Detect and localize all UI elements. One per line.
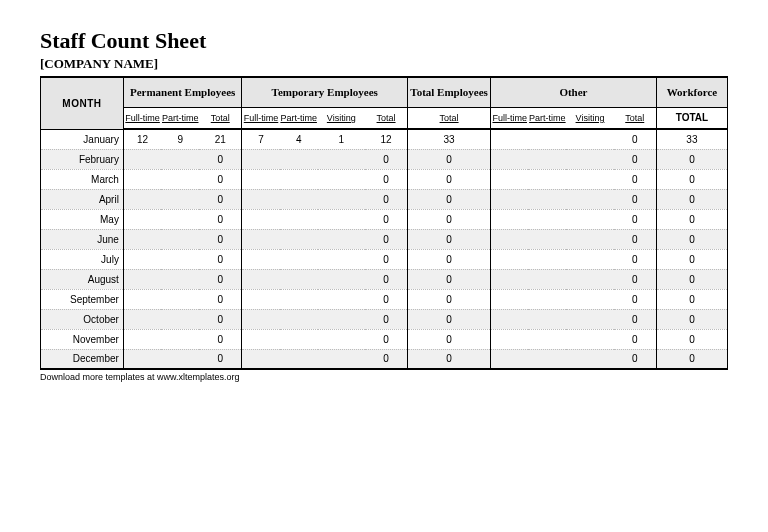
cell-tVis [318, 189, 365, 209]
cell-tVis [318, 229, 365, 249]
cell-tPart [280, 349, 318, 369]
cell-pFull [123, 209, 161, 229]
cell-oPart [528, 329, 566, 349]
cell-tVis: 1 [318, 129, 365, 149]
cell-month: February [41, 149, 124, 169]
cell-tPart [280, 189, 318, 209]
cell-month: October [41, 309, 124, 329]
cell-tVis [318, 269, 365, 289]
cell-pPart [161, 169, 199, 189]
cell-tTot: 0 [365, 249, 408, 269]
cell-wTot: 0 [656, 189, 727, 209]
cell-wTot: 33 [656, 129, 727, 149]
cell-pPart [161, 209, 199, 229]
cell-tTot: 0 [365, 229, 408, 249]
cell-tVis [318, 329, 365, 349]
cell-oVis [566, 129, 613, 149]
cell-oVis [566, 329, 613, 349]
cell-tFull [242, 149, 280, 169]
cell-oFull [491, 289, 529, 309]
cell-eTot: 0 [408, 249, 491, 269]
cell-oVis [566, 349, 613, 369]
cell-oTot: 0 [614, 209, 657, 229]
cell-tPart [280, 209, 318, 229]
cell-tVis [318, 309, 365, 329]
table-row: February00000 [41, 149, 728, 169]
footnote: Download more templates at www.xltemplat… [40, 372, 728, 382]
cell-tTot: 0 [365, 209, 408, 229]
cell-tTot: 0 [365, 309, 408, 329]
cell-pPart [161, 249, 199, 269]
table-row: October00000 [41, 309, 728, 329]
table-row: May00000 [41, 209, 728, 229]
cell-wTot: 0 [656, 249, 727, 269]
cell-month: November [41, 329, 124, 349]
cell-pTot: 0 [199, 329, 242, 349]
cell-oTot: 0 [614, 349, 657, 369]
cell-oPart [528, 149, 566, 169]
cell-wTot: 0 [656, 269, 727, 289]
cell-tPart [280, 329, 318, 349]
col-workforce-total: TOTAL [656, 107, 727, 129]
cell-tFull [242, 329, 280, 349]
cell-oVis [566, 149, 613, 169]
cell-eTot: 0 [408, 149, 491, 169]
table-row: April00000 [41, 189, 728, 209]
cell-oFull [491, 149, 529, 169]
cell-oTot: 0 [614, 189, 657, 209]
table-row: September00000 [41, 289, 728, 309]
table-row: June00000 [41, 229, 728, 249]
cell-oFull [491, 309, 529, 329]
cell-eTot: 0 [408, 209, 491, 229]
cell-pTot: 21 [199, 129, 242, 149]
cell-oPart [528, 269, 566, 289]
cell-pFull [123, 349, 161, 369]
cell-eTot: 0 [408, 349, 491, 369]
cell-tFull [242, 349, 280, 369]
col-month: MONTH [41, 77, 124, 129]
cell-tTot: 0 [365, 149, 408, 169]
cell-pTot: 0 [199, 349, 242, 369]
cell-tVis [318, 349, 365, 369]
cell-pFull [123, 269, 161, 289]
cell-tFull [242, 249, 280, 269]
cell-tPart [280, 309, 318, 329]
col-other-full: Full-time [491, 107, 529, 129]
cell-oFull [491, 209, 529, 229]
cell-tFull: 7 [242, 129, 280, 149]
cell-pPart [161, 189, 199, 209]
cell-tFull [242, 309, 280, 329]
cell-month: January [41, 129, 124, 149]
cell-tFull [242, 229, 280, 249]
col-temp-total: Total [365, 107, 408, 129]
cell-pPart [161, 329, 199, 349]
cell-oFull [491, 169, 529, 189]
cell-pTot: 0 [199, 229, 242, 249]
page-title: Staff Count Sheet [40, 28, 728, 54]
col-other: Other [491, 77, 657, 107]
cell-tPart: 4 [280, 129, 318, 149]
cell-pPart [161, 289, 199, 309]
col-temp-full: Full-time [242, 107, 280, 129]
col-workforce: Workforce [656, 77, 727, 107]
company-name: [COMPANY NAME] [40, 56, 728, 72]
cell-oVis [566, 309, 613, 329]
cell-oVis [566, 269, 613, 289]
cell-tPart [280, 249, 318, 269]
cell-oVis [566, 289, 613, 309]
cell-pTot: 0 [199, 249, 242, 269]
cell-tTot: 0 [365, 189, 408, 209]
cell-tTot: 0 [365, 289, 408, 309]
cell-oPart [528, 249, 566, 269]
cell-pPart [161, 349, 199, 369]
cell-wTot: 0 [656, 229, 727, 249]
cell-month: December [41, 349, 124, 369]
cell-eTot: 0 [408, 169, 491, 189]
cell-pFull [123, 249, 161, 269]
cell-oFull [491, 249, 529, 269]
col-perm-part: Part-time [161, 107, 199, 129]
cell-wTot: 0 [656, 309, 727, 329]
cell-tTot: 0 [365, 269, 408, 289]
cell-eTot: 0 [408, 189, 491, 209]
cell-oTot: 0 [614, 229, 657, 249]
